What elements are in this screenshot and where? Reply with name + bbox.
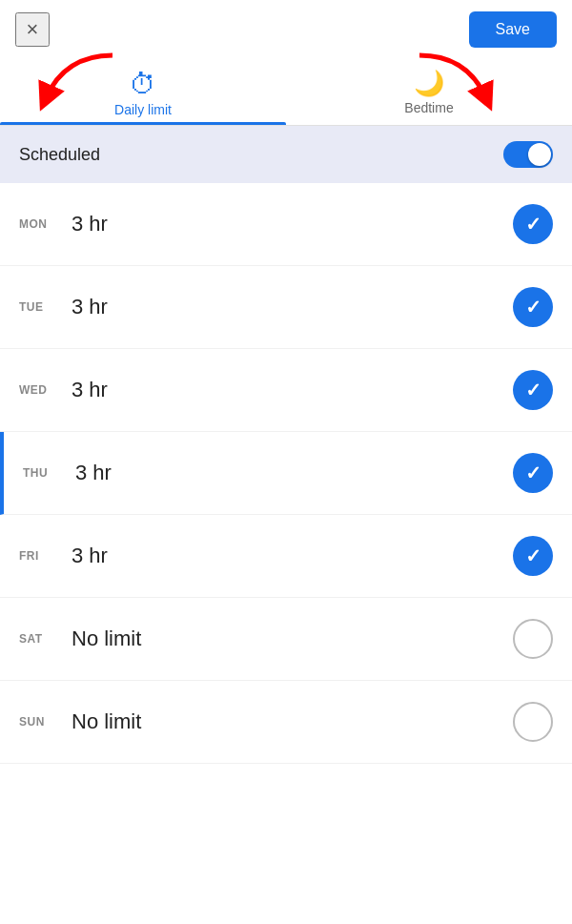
day-value: 3 hr [72, 378, 513, 402]
day-checkbox[interactable]: ✓ [513, 453, 553, 493]
day-checkbox[interactable]: ✓ [513, 204, 553, 244]
day-row: TUE3 hr✓ [0, 266, 572, 349]
day-row: MON3 hr✓ [0, 183, 572, 266]
day-row: SATNo limit [0, 598, 572, 681]
day-checkbox[interactable]: ✓ [513, 536, 553, 576]
checkmark-icon: ✓ [525, 462, 541, 484]
day-checkbox[interactable]: ✓ [513, 370, 553, 410]
checkmark-icon: ✓ [525, 379, 541, 401]
tab-daily-limit[interactable]: ⏱ Daily limit [0, 59, 286, 125]
scheduled-row: Scheduled [0, 126, 572, 183]
day-row: WED3 hr✓ [0, 349, 572, 432]
day-row: THU3 hr✓ [0, 432, 572, 515]
tabs-container: ⏱ Daily limit 🌙 Bedtime [0, 59, 572, 126]
day-row: SUNNo limit [0, 681, 572, 764]
moon-icon: 🌙 [414, 69, 444, 98]
tab-daily-limit-label: Daily limit [114, 102, 172, 117]
day-abbr: FRI [19, 549, 62, 563]
day-value: No limit [72, 709, 513, 734]
day-checkbox[interactable] [513, 702, 553, 742]
days-list: MON3 hr✓TUE3 hr✓WED3 hr✓THU3 hr✓FRI3 hr✓… [0, 183, 572, 764]
tab-bedtime[interactable]: 🌙 Bedtime [286, 59, 572, 125]
day-abbr: SUN [19, 715, 62, 729]
checkmark-icon: ✓ [525, 213, 541, 236]
close-button[interactable]: × [15, 12, 50, 47]
day-abbr: TUE [19, 300, 62, 314]
tab-bedtime-label: Bedtime [404, 100, 453, 115]
day-abbr: MON [19, 217, 62, 231]
day-checkbox[interactable]: ✓ [513, 287, 553, 327]
timer-icon: ⏱ [130, 69, 156, 100]
header: × Save [0, 0, 572, 59]
day-value: 3 hr [72, 295, 513, 319]
day-value: 3 hr [72, 212, 513, 236]
day-checkbox[interactable] [513, 619, 553, 659]
day-row: FRI3 hr✓ [0, 515, 572, 598]
day-value: 3 hr [72, 544, 513, 568]
day-value: No limit [72, 626, 513, 651]
toggle-knob [528, 143, 551, 166]
scheduled-label: Scheduled [19, 145, 100, 165]
day-abbr: THU [23, 466, 66, 480]
day-value: 3 hr [75, 461, 513, 485]
save-button[interactable]: Save [469, 11, 557, 48]
checkmark-icon: ✓ [525, 544, 541, 567]
day-abbr: WED [19, 383, 62, 397]
scheduled-toggle[interactable] [503, 141, 553, 168]
day-abbr: SAT [19, 632, 62, 646]
checkmark-icon: ✓ [525, 296, 541, 318]
